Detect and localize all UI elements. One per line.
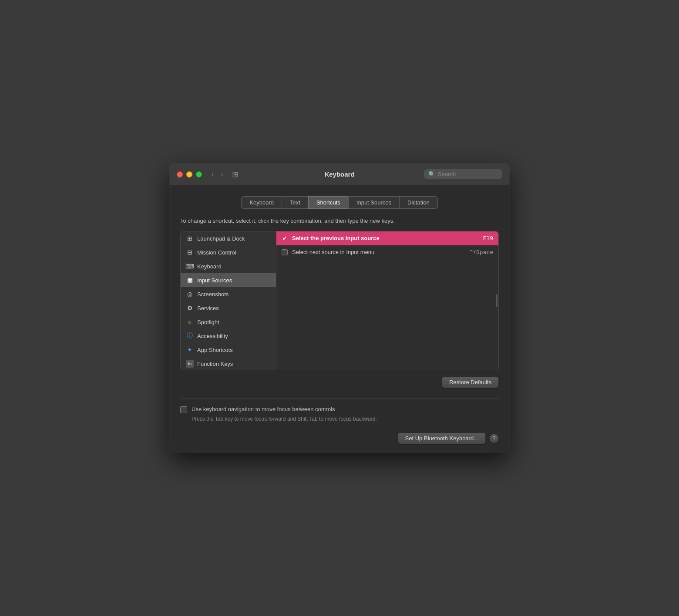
sidebar-item-keyboard[interactable]: ⌨ Keyboard <box>181 259 276 273</box>
minimize-button[interactable] <box>186 171 192 177</box>
restore-defaults-row: Restore Defaults <box>180 376 499 388</box>
tab-shortcuts[interactable]: Shortcuts <box>308 196 348 209</box>
sidebar-label-launchpad: Launchpad & Dock <box>197 235 245 242</box>
setup-bluetooth-button[interactable]: Set Up Bluetooth Keyboard... <box>398 432 486 444</box>
sidebar-item-function-keys[interactable]: fn Function Keys <box>181 357 276 370</box>
sidebar-label-screenshots: Screenshots <box>197 291 229 298</box>
search-box: 🔍 <box>424 169 502 179</box>
search-input[interactable] <box>438 171 498 177</box>
mission-icon: ⊟ <box>186 248 194 256</box>
shortcut-name-prev-input: Select the previous input source <box>292 235 479 241</box>
shortcut-key-next-input: ^⌥Space <box>469 249 493 255</box>
sidebar-label-spotlight: Spotlight <box>197 319 219 325</box>
sidebar-label-function-keys: Function Keys <box>197 361 233 367</box>
accessibility-icon: ⓘ <box>186 332 194 340</box>
tab-input-sources[interactable]: Input Sources <box>348 196 399 209</box>
spotlight-icon: ○ <box>186 318 194 326</box>
tab-dictation[interactable]: Dictation <box>399 196 438 209</box>
sidebar-item-launchpad[interactable]: ⊞ Launchpad & Dock <box>181 231 276 245</box>
shortcuts-container: ⊞ Launchpad & Dock ⊟ Mission Control ⌨ K… <box>180 231 499 370</box>
tab-keyboard[interactable]: Keyboard <box>241 196 282 209</box>
sidebar-label-app-shortcuts: App Shortcuts <box>197 347 233 353</box>
input-sources-icon: ▦ <box>186 276 194 284</box>
sidebar-item-input-sources[interactable]: ▦ Input Sources <box>181 273 276 287</box>
shortcut-name-next-input: Select next source in Input menu <box>292 249 465 255</box>
nav-buttons: ‹ › <box>209 170 226 179</box>
shortcut-checkbox-prev-input[interactable]: ✓ <box>282 235 288 241</box>
sidebar-item-mission[interactable]: ⊟ Mission Control <box>181 245 276 259</box>
shortcut-checkbox-next-input[interactable] <box>282 249 288 255</box>
titlebar: ‹ › ⊞ Keyboard 🔍 <box>170 163 509 186</box>
help-button[interactable]: ? <box>489 434 499 443</box>
scrollbar-track <box>496 294 497 307</box>
restore-defaults-button[interactable]: Restore Defaults <box>442 376 499 388</box>
sidebar-item-services[interactable]: ⚙ Services <box>181 301 276 315</box>
shortcuts-panel: ✓ Select the previous input source F19 S… <box>276 231 498 370</box>
sidebar-label-accessibility: Accessibility <box>197 333 228 339</box>
forward-button[interactable]: › <box>218 170 225 179</box>
keyboard-nav-checkbox[interactable] <box>180 406 187 413</box>
shortcut-row-next-input[interactable]: Select next source in Input menu ^⌥Space <box>276 245 498 259</box>
screenshots-icon: ◎ <box>186 290 194 298</box>
sidebar-label-input-sources: Input Sources <box>197 277 232 284</box>
checkmark-icon: ✓ <box>282 235 287 242</box>
grid-button[interactable]: ⊞ <box>229 169 241 180</box>
keyboard-nav-row: Use keyboard navigation to move focus be… <box>180 406 499 413</box>
close-button[interactable] <box>177 171 183 177</box>
sidebar-item-spotlight[interactable]: ○ Spotlight <box>181 315 276 329</box>
search-icon: 🔍 <box>428 171 435 177</box>
app-shortcuts-icon: ✦ <box>186 346 194 354</box>
main-window: ‹ › ⊞ Keyboard 🔍 Keyboard Text Shortcuts… <box>170 163 509 453</box>
sidebar-item-screenshots[interactable]: ◎ Screenshots <box>181 287 276 301</box>
keyboard-nav-description: Press the Tab key to move focus forward … <box>192 416 499 422</box>
bottom-buttons: Set Up Bluetooth Keyboard... ? <box>180 432 499 444</box>
tab-text[interactable]: Text <box>282 196 308 209</box>
sidebar-label-keyboard: Keyboard <box>197 263 222 270</box>
function-keys-icon: fn <box>186 360 194 368</box>
sidebar-item-app-shortcuts[interactable]: ✦ App Shortcuts <box>181 343 276 357</box>
launchpad-icon: ⊞ <box>186 234 194 242</box>
services-icon: ⚙ <box>186 304 194 312</box>
sidebar-label-mission: Mission Control <box>197 249 236 256</box>
back-button[interactable]: ‹ <box>209 170 216 179</box>
shortcut-key-prev-input: F19 <box>483 235 493 241</box>
content-area: Keyboard Text Shortcuts Input Sources Di… <box>170 186 509 453</box>
traffic-lights <box>177 171 202 177</box>
keyboard-icon: ⌨ <box>186 262 194 270</box>
keyboard-nav-label: Use keyboard navigation to move focus be… <box>192 406 335 412</box>
sidebar-list: ⊞ Launchpad & Dock ⊟ Mission Control ⌨ K… <box>181 231 276 370</box>
sidebar-item-accessibility[interactable]: ⓘ Accessibility <box>181 329 276 343</box>
window-title: Keyboard <box>324 171 354 178</box>
bottom-section: Use keyboard navigation to move focus be… <box>180 398 499 422</box>
maximize-button[interactable] <box>196 171 202 177</box>
sidebar-label-services: Services <box>197 305 219 311</box>
shortcut-row-prev-input[interactable]: ✓ Select the previous input source F19 <box>276 231 498 245</box>
tab-bar: Keyboard Text Shortcuts Input Sources Di… <box>180 196 499 209</box>
instruction-text: To change a shortcut, select it, click t… <box>180 218 499 224</box>
